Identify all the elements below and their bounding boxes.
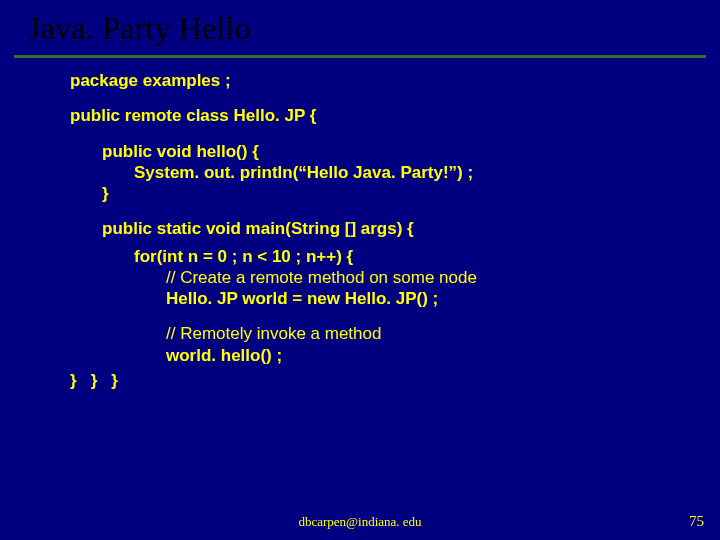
close-brace-3: } [111,370,118,391]
slide-title: Java. Party Hello [0,0,720,55]
code-comment: // Create a remote method on some node [70,267,720,288]
code-line: public static void main(String [] args) … [70,218,720,239]
code-line: world. hello() ; [70,345,720,366]
code-line: for(int n = 0 ; n < 10 ; n++) { [70,246,720,267]
code-line: } [70,183,720,204]
close-brace-1: } [70,370,77,391]
code-body: package examples ; public remote class H… [0,58,720,391]
code-line: public remote class Hello. JP { [70,105,720,126]
page-number: 75 [689,513,704,530]
code-line: System. out. println(“Hello Java. Party!… [70,162,720,183]
footer-text: dbcarpen@indiana. edu [0,514,720,530]
slide: Java. Party Hello package examples ; pub… [0,0,720,540]
code-line: package examples ; [70,70,720,91]
code-line: public void hello() { [70,141,720,162]
code-comment: // Remotely invoke a method [70,323,720,344]
close-brace-2: } [91,370,98,391]
closing-braces: } } } [70,370,720,391]
code-line: Hello. JP world = new Hello. JP() ; [70,288,720,309]
